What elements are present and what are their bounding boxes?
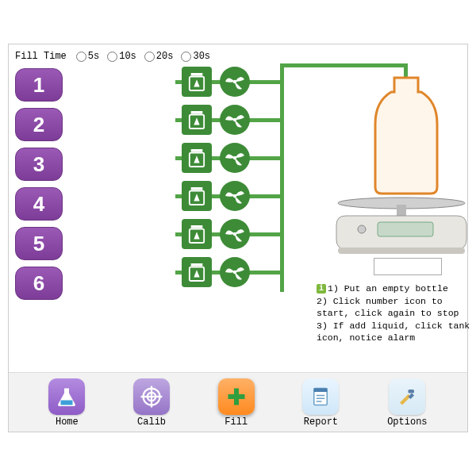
tank-icon <box>188 71 205 92</box>
tools-icon <box>389 378 425 415</box>
svg-rect-23 <box>61 401 73 405</box>
svg-rect-35 <box>409 390 415 393</box>
tank-icon <box>188 109 205 130</box>
channel-2-button[interactable]: 2 <box>15 108 63 141</box>
flow-unit-5 <box>182 219 250 249</box>
pipe <box>280 63 284 292</box>
flow-unit-6 <box>182 257 250 287</box>
fan-icon <box>223 108 247 132</box>
instruction-line-2: 2) Click number icon to start, click aga… <box>317 296 459 319</box>
weight-readout-input[interactable] <box>374 258 442 275</box>
nav-home-label: Home <box>56 416 79 428</box>
tank-icon <box>188 186 205 206</box>
svg-rect-15 <box>191 263 203 267</box>
instructions-panel: i1) Put an empty bottle 2) Click number … <box>317 282 471 344</box>
bottle-icon <box>359 76 453 195</box>
tank-icon <box>188 148 205 168</box>
fill-time-option-5s[interactable]: 5s <box>76 51 99 62</box>
nav-options-label: Options <box>387 416 427 428</box>
pump-3-button[interactable] <box>220 143 250 173</box>
nav-report[interactable]: Report <box>302 378 339 428</box>
flow-unit-4 <box>182 181 250 211</box>
nav-options[interactable]: Options <box>387 378 427 428</box>
tank-icon <box>188 262 205 282</box>
info-icon: i <box>317 284 326 294</box>
fill-time-option-20s[interactable]: 20s <box>144 51 174 62</box>
fan-icon <box>223 184 247 208</box>
crosshair-icon <box>133 378 170 415</box>
nav-fill[interactable]: Fill <box>218 378 255 428</box>
svg-rect-3 <box>191 111 203 114</box>
svg-rect-29 <box>228 394 244 399</box>
svg-point-14 <box>233 232 237 236</box>
svg-point-11 <box>233 194 237 198</box>
tank-1-button[interactable] <box>182 67 212 97</box>
channel-1-button[interactable]: 1 <box>15 68 63 102</box>
channel-buttons: 1 2 3 4 5 6 <box>15 68 63 300</box>
app-window: Fill Time 5s 10s 20s 30s 1 2 3 4 5 6 <box>8 44 468 432</box>
fan-icon <box>223 260 247 284</box>
svg-rect-9 <box>191 187 203 190</box>
fill-time-label: Fill Time <box>15 51 67 62</box>
instruction-line-3: 3) If add liquid, click tank icon, notic… <box>317 321 475 344</box>
tank-2-button[interactable] <box>182 105 212 135</box>
flow-unit-2 <box>182 105 250 135</box>
tank-4-button[interactable] <box>182 181 212 211</box>
balance-scale-icon <box>330 194 473 257</box>
svg-rect-20 <box>378 222 433 236</box>
svg-point-2 <box>233 80 237 84</box>
svg-point-5 <box>233 118 237 122</box>
channel-4-button[interactable]: 4 <box>15 187 63 221</box>
tank-3-button[interactable] <box>182 143 212 173</box>
nav-report-label: Report <box>304 416 338 428</box>
nav-calib[interactable]: Calib <box>133 378 170 428</box>
svg-rect-12 <box>191 225 203 228</box>
pipe <box>280 63 407 67</box>
tank-5-button[interactable] <box>182 219 212 249</box>
svg-rect-31 <box>314 389 328 393</box>
channel-6-button[interactable]: 6 <box>15 267 63 300</box>
pump-4-button[interactable] <box>220 181 250 211</box>
svg-rect-0 <box>191 73 203 76</box>
svg-rect-19 <box>397 205 406 216</box>
bottom-nav: Home Calib Fill Report Options <box>9 372 467 432</box>
pump-2-button[interactable] <box>220 105 250 135</box>
flask-icon <box>48 378 85 415</box>
tank-icon <box>188 224 205 244</box>
svg-point-17 <box>233 271 237 274</box>
nav-fill-label: Fill <box>225 416 248 428</box>
pump-5-button[interactable] <box>220 219 250 249</box>
plus-icon <box>218 378 255 415</box>
pump-1-button[interactable] <box>220 67 250 97</box>
document-icon <box>302 378 339 415</box>
svg-point-8 <box>233 156 237 160</box>
nav-calib-label: Calib <box>137 416 166 428</box>
svg-rect-22 <box>338 248 465 254</box>
fan-icon <box>223 70 247 94</box>
fan-icon <box>223 222 247 246</box>
fill-time-option-10s[interactable]: 10s <box>107 51 136 62</box>
nav-home[interactable]: Home <box>48 378 85 428</box>
pump-6-button[interactable] <box>220 257 250 287</box>
svg-rect-6 <box>191 149 203 152</box>
flow-unit-1 <box>182 67 250 97</box>
channel-5-button[interactable]: 5 <box>15 227 63 260</box>
channel-3-button[interactable]: 3 <box>15 148 63 181</box>
tank-6-button[interactable] <box>182 257 212 287</box>
instruction-line-1: 1) Put an empty bottle <box>328 283 448 294</box>
flow-unit-3 <box>182 143 250 173</box>
svg-point-21 <box>358 225 366 233</box>
fan-icon <box>223 146 247 170</box>
